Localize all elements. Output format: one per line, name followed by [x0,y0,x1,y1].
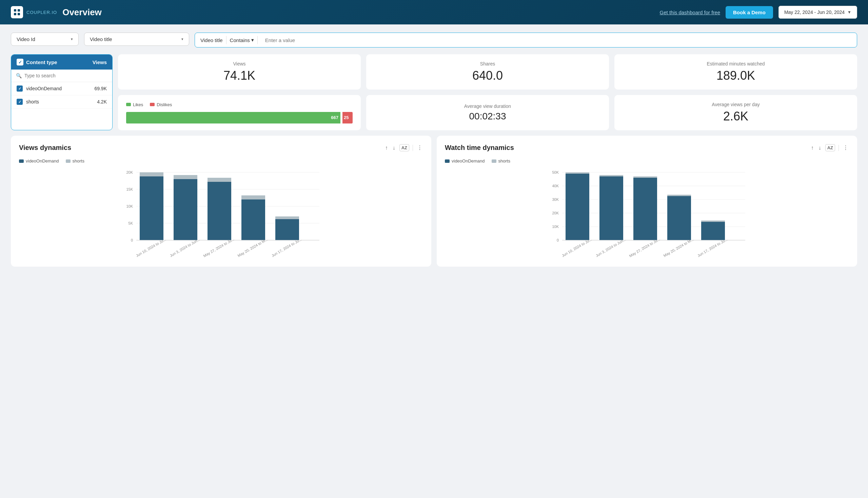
watch-bar-dark-1 [565,174,589,240]
item-value-shorts: 4.2K [97,99,107,104]
bottom-stats-row: Likes Dislikes 667 25 [118,95,857,130]
video-id-arrow-icon: ▾ [71,37,73,41]
app-header: COUPLER.IO Overview Get this dashboard f… [0,0,868,24]
views-legend-shorts: shorts [66,158,84,163]
avg-per-day-card: Average views per day 2.6K [614,95,857,130]
likes-bar-value: 667 [331,115,338,120]
contains-field-label: Video title [200,37,223,43]
svg-text:50K: 50K [552,170,559,174]
date-picker-arrow-icon: ▼ [847,10,851,15]
watch-chart-svg: 50K 40K 30K 20K 10K 0 [445,169,849,257]
dislikes-legend-item: Dislikes [150,102,172,107]
views-bar-light-4 [241,195,265,199]
video-title-filter[interactable]: Video title ▾ [84,32,189,46]
video-id-label: Video Id [17,36,35,42]
video-title-arrow-icon: ▾ [182,37,184,41]
filter-separator [226,36,227,44]
video-title-label: Video title [90,36,112,42]
watch-sort-az-button[interactable]: AZ [825,144,835,151]
get-dashboard-link[interactable]: Get this dashboard for free [660,10,720,15]
item-checkbox-videoondemand[interactable]: ✓ [17,86,23,92]
likes-card: Likes Dislikes 667 25 [118,95,361,130]
views-sort-asc-button[interactable]: ↑ [385,144,389,152]
watch-bar-light-3 [633,176,657,178]
watch-legend-dot-dark [445,159,450,163]
svg-text:0: 0 [557,238,559,242]
estimated-value: 189.0K [717,68,755,83]
views-chart-svg: 20K 15K 10K 5K 0 [19,169,423,257]
contains-operator-button[interactable]: Contains ▾ [230,37,254,43]
item-checkbox-shorts[interactable]: ✓ [17,99,23,105]
watch-bar-light-1 [565,172,589,174]
estimated-stat-card: Estimated minutes watched 189.0K [614,54,857,90]
item-label-videoondemand: videoOnDemand [26,86,62,91]
video-id-filter[interactable]: Video Id ▾ [11,32,79,46]
logo-text: COUPLER.IO [26,10,57,15]
date-range-picker[interactable]: May 22, 2024 - Jun 20, 2024 ▼ [778,6,857,19]
views-legend-dot-light [66,159,70,163]
shares-stat-card: Shares 640.0 [366,54,609,90]
views-legend-label-dark: videoOnDemand [26,158,59,163]
estimated-label: Estimated minutes watched [707,61,765,66]
watch-bar-dark-3 [633,178,657,240]
svg-text:30K: 30K [552,197,559,201]
svg-text:10K: 10K [552,225,559,228]
main-content: Video Id ▾ Video title ▾ Video title Con… [0,24,868,275]
dropdown-search-row: 🔍 [11,69,112,82]
svg-text:0: 0 [131,238,133,242]
date-range-label: May 22, 2024 - Jun 20, 2024 [784,10,845,15]
likes-legend: Likes Dislikes [126,102,352,107]
search-icon: 🔍 [16,73,22,78]
contains-op-arrow-icon: ▾ [251,37,254,43]
watch-bar-light-4 [667,195,691,196]
dropdown-checkbox[interactable]: ✓ [17,59,23,65]
watch-sort-asc-button[interactable]: ↑ [810,144,814,152]
views-chart-legend: videoOnDemand shorts [19,158,423,163]
avg-per-day-label: Average views per day [712,102,760,107]
dropdown-item-videoondemand[interactable]: ✓ videoOnDemand 69.9K [11,82,112,95]
watch-bar-light-2 [599,175,623,176]
dropdown-header-left: ✓ Content type [17,59,57,65]
views-bar-dark-4 [241,199,265,240]
views-bar-light-3 [208,178,231,182]
views-label: Views [233,61,245,66]
dislikes-legend-dot [150,103,155,106]
dropdown-header: ✓ Content type Views [11,55,112,69]
watch-toolbar-sep [839,145,839,151]
watch-chart-legend: videoOnDemand shorts [445,158,849,163]
watch-sort-desc-button[interactable]: ↓ [818,144,822,152]
book-demo-button[interactable]: Book a Demo [725,6,773,19]
watch-legend-videoondemand: videoOnDemand [445,158,485,163]
right-stats-area: Views 74.1K Shares 640.0 Estimated minut… [118,54,857,130]
watch-chart-title: Watch time dynamics [445,144,514,152]
views-sort-desc-button[interactable]: ↓ [392,144,396,152]
svg-text:20K: 20K [126,170,133,174]
views-sort-az-button[interactable]: AZ [399,144,409,151]
dislikes-legend-label: Dislikes [157,102,172,107]
views-bar-dark-1 [140,176,163,240]
views-chart-title: Views dynamics [19,144,71,152]
avg-duration-card: Average view duration 00:02:33 [366,95,609,130]
watch-more-button[interactable]: ⋮ [842,144,849,152]
shares-label: Shares [480,61,495,66]
svg-text:40K: 40K [552,184,559,188]
likes-legend-dot [126,103,131,106]
contains-filter: Video title Contains ▾ [195,32,857,48]
svg-text:5K: 5K [129,221,133,225]
watch-bar-light-5 [701,221,725,222]
views-more-button[interactable]: ⋮ [416,144,423,152]
dislikes-bar: 25 [343,112,352,123]
contains-value-input[interactable] [261,37,851,43]
svg-rect-1 [18,9,20,12]
watch-chart-svg-container: 50K 40K 30K 20K 10K 0 [445,169,849,259]
watch-chart-toolbar: ↑ ↓ AZ ⋮ [810,144,849,152]
likes-legend-label: Likes [133,102,143,107]
filter-row: Video Id ▾ Video title ▾ Video title Con… [11,32,857,48]
dropdown-search-input[interactable] [24,73,107,78]
views-legend-dot-dark [19,159,24,163]
watch-legend-shorts: shorts [492,158,510,163]
content-type-dropdown: ✓ Content type Views 🔍 ✓ videoOnDemand 6… [11,54,112,130]
charts-row: Views dynamics ↑ ↓ AZ ⋮ videoOnDemand sh… [11,136,857,267]
dropdown-item-shorts[interactable]: ✓ shorts 4.2K [11,95,112,108]
views-bar-light-2 [174,175,197,179]
